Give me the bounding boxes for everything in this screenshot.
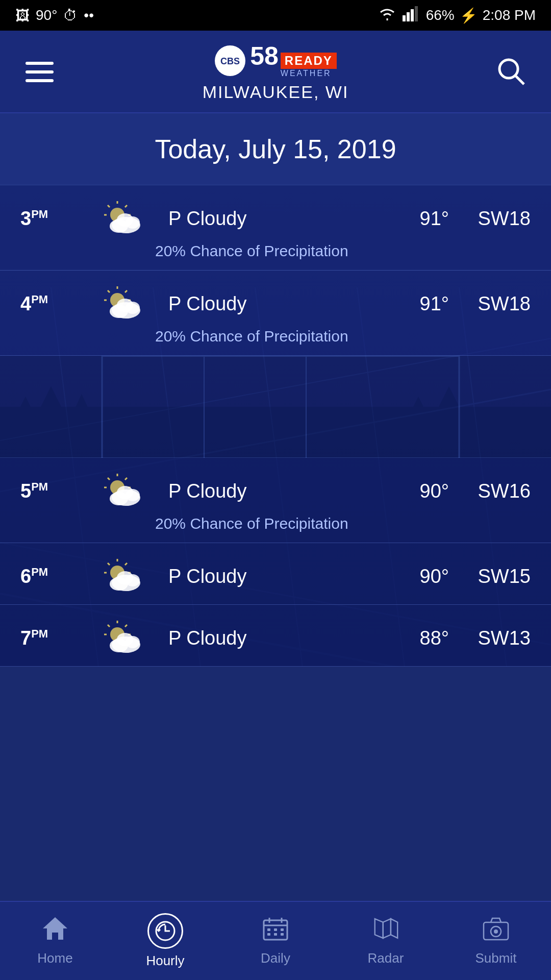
- svg-line-34: [108, 290, 110, 292]
- svg-text:CBS: CBS: [220, 56, 240, 66]
- condition-6pm: P Cloudy: [168, 566, 372, 587]
- photo-icon: 🖼: [15, 7, 30, 24]
- weather-icon-6pm: [97, 558, 153, 594]
- svg-rect-4: [26, 62, 54, 65]
- svg-point-71: [126, 574, 140, 586]
- logo-weather-text: WEATHER: [281, 69, 337, 78]
- svg-line-56: [125, 478, 127, 480]
- condition-4pm: P Cloudy: [168, 293, 372, 315]
- bottom-nav: Home Hourly: [0, 901, 551, 980]
- svg-marker-94: [375, 919, 383, 938]
- temp-3pm: 91°: [388, 208, 449, 230]
- weather-icon-4pm: [97, 286, 153, 322]
- charge-icon: ⚡: [460, 7, 478, 24]
- svg-point-81: [126, 636, 140, 648]
- weather-icon-5pm: [97, 473, 153, 509]
- radar-icon: [372, 916, 399, 946]
- nav-hourly[interactable]: Hourly: [110, 902, 220, 980]
- app-header: CBS 58 READY WEATHER MILWAUKEE, WI: [0, 31, 551, 113]
- wind-3pm: SW18: [464, 208, 531, 230]
- svg-line-35: [125, 290, 127, 292]
- svg-rect-88: [267, 928, 270, 931]
- temp-7pm: 88°: [388, 627, 449, 649]
- svg-rect-5: [26, 70, 54, 74]
- time-display: 2:08 PM: [483, 7, 536, 23]
- time-6pm: 6PM: [20, 566, 82, 587]
- wind-6pm: SW15: [464, 566, 531, 587]
- status-bar: 🖼 90° ⏱ •• 66% ⚡ 2:08 PM: [0, 0, 551, 31]
- svg-marker-82: [43, 917, 67, 940]
- svg-line-24: [108, 205, 110, 207]
- temp-status: 90°: [36, 7, 57, 23]
- temp-5pm: 90°: [388, 480, 449, 502]
- dots-icon: ••: [84, 7, 94, 23]
- daily-icon: [262, 916, 289, 946]
- svg-point-40: [126, 302, 140, 314]
- weather-row-6pm: 6PM P Cloudy: [0, 543, 551, 605]
- svg-rect-6: [26, 79, 54, 82]
- svg-point-30: [126, 216, 140, 229]
- precip-4pm: 20% Chance of Precipitation: [155, 328, 531, 345]
- svg-point-61: [126, 489, 140, 501]
- home-icon: [42, 916, 68, 946]
- weather-list: 3PM: [0, 185, 551, 667]
- svg-line-65: [108, 563, 110, 565]
- weather-row-3pm: 3PM: [0, 185, 551, 271]
- weather-row-7pm: 7PM P Cloudy: [0, 605, 551, 667]
- svg-rect-3: [415, 6, 418, 21]
- precip-5pm: 20% Chance of Precipitation: [155, 515, 531, 532]
- svg-line-10: [516, 76, 524, 84]
- search-button[interactable]: [492, 53, 531, 93]
- logo-ready: READY: [281, 53, 337, 69]
- temp-4pm: 91°: [388, 293, 449, 315]
- svg-rect-92: [274, 933, 277, 936]
- nav-submit[interactable]: Submit: [441, 902, 551, 980]
- svg-line-55: [108, 478, 110, 480]
- nav-hourly-label: Hourly: [146, 953, 184, 969]
- status-left: 🖼 90° ⏱ ••: [15, 7, 94, 24]
- wind-5pm: SW16: [464, 480, 531, 502]
- nav-radar-label: Radar: [368, 950, 404, 966]
- status-right: 66% ⚡ 2:08 PM: [377, 6, 536, 25]
- weather-row-4pm: 4PM P Cloudy: [0, 271, 551, 356]
- nav-submit-label: Submit: [475, 950, 517, 966]
- menu-button[interactable]: [20, 57, 59, 89]
- wind-4pm: SW18: [464, 293, 531, 315]
- svg-rect-1: [407, 12, 410, 21]
- time-5pm: 5PM: [20, 480, 82, 502]
- svg-marker-95: [383, 919, 391, 938]
- logo-58: 58: [250, 43, 279, 69]
- nav-radar[interactable]: Radar: [331, 902, 441, 980]
- wifi-icon: [377, 6, 397, 25]
- svg-rect-91: [267, 933, 270, 936]
- city-label: MILWAUKEE, WI: [203, 82, 349, 102]
- submit-icon: [483, 916, 509, 946]
- nav-home-label: Home: [37, 950, 72, 966]
- app-logo: CBS 58 READY WEATHER MILWAUKEE, WI: [59, 43, 492, 102]
- weather-icon-3pm: [97, 201, 153, 236]
- svg-rect-90: [281, 928, 284, 931]
- svg-line-76: [125, 625, 127, 627]
- svg-line-75: [108, 625, 110, 627]
- svg-rect-89: [274, 928, 277, 931]
- weather-icon-7pm: [97, 620, 153, 656]
- precip-3pm: 20% Chance of Precipitation: [155, 242, 531, 260]
- nav-daily[interactable]: Daily: [220, 902, 331, 980]
- svg-marker-96: [391, 919, 397, 938]
- condition-7pm: P Cloudy: [168, 627, 372, 649]
- svg-point-9: [499, 60, 518, 78]
- condition-3pm: P Cloudy: [168, 208, 372, 230]
- date-banner: Today, July 15, 2019: [0, 113, 551, 185]
- nav-daily-label: Daily: [261, 950, 290, 966]
- battery-status: 66%: [426, 7, 455, 23]
- nav-home[interactable]: Home: [0, 902, 110, 980]
- svg-rect-93: [281, 933, 284, 936]
- signal-icon: [403, 6, 421, 25]
- weather-row-5pm: 5PM P Cloudy: [0, 458, 551, 543]
- svg-rect-2: [411, 9, 414, 21]
- condition-5pm: P Cloudy: [168, 480, 372, 502]
- svg-line-25: [125, 205, 127, 207]
- wind-7pm: SW13: [464, 627, 531, 649]
- timer-icon: ⏱: [63, 7, 78, 24]
- svg-line-66: [125, 563, 127, 565]
